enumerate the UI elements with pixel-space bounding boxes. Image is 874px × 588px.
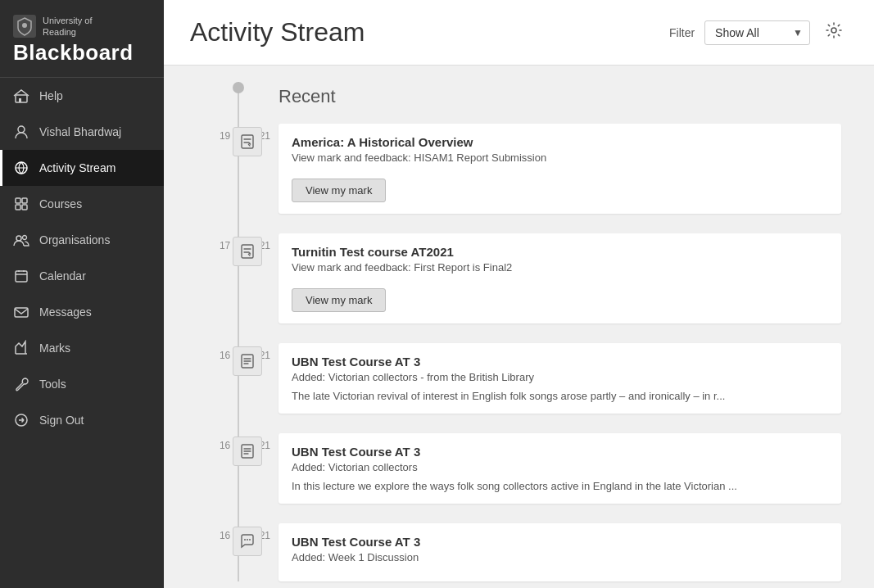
- sidebar-item-activity-stream-label: Activity Stream: [39, 161, 115, 174]
- sidebar-item-help-label: Help: [39, 89, 63, 102]
- sidebar-item-calendar-label: Calendar: [39, 269, 86, 283]
- sidebar-item-help[interactable]: Help: [0, 78, 164, 114]
- content-area: Recent 19 Jul 2021 America: A Historical…: [164, 66, 874, 588]
- view-mark-button-2[interactable]: View my mark: [292, 288, 386, 312]
- activity-desc: The late Victorian revival of interest i…: [292, 390, 828, 402]
- activity-card: UBN Test Course AT 3 Added: Victorian co…: [279, 343, 841, 414]
- svg-rect-9: [22, 205, 27, 210]
- activity-subtitle: Added: Week 1 Discussion: [292, 551, 828, 563]
- university-name: University of Reading: [43, 15, 93, 38]
- content-icon: [233, 346, 262, 376]
- main-area: Activity Stream Filter Show All Courses …: [164, 0, 874, 588]
- list-item: 16 Jul 2021 UBN Test Course AT 3 Added: …: [279, 523, 841, 581]
- svg-point-10: [16, 236, 21, 241]
- wrench-icon: [13, 376, 29, 392]
- sidebar-item-signout[interactable]: Sign Out: [0, 402, 164, 438]
- activity-card: UBN Test Course AT 3 Added: Week 1 Discu…: [279, 523, 841, 581]
- view-mark-button[interactable]: View my mark: [292, 179, 386, 202]
- page-title: Activity Stream: [190, 17, 365, 47]
- grid-icon: [13, 196, 29, 212]
- activity-title: UBN Test Course AT 3: [292, 445, 828, 459]
- activity-title: America: A Historical Overview: [292, 135, 828, 149]
- svg-point-15: [831, 28, 836, 33]
- activity-subtitle: Added: Victorian collectors: [292, 461, 828, 473]
- filter-label: Filter: [669, 26, 695, 39]
- activity-subtitle: View mark and feedback: HISAM1 Report Su…: [292, 152, 828, 164]
- logo-area: University of Reading Blackboard: [0, 0, 164, 78]
- content-icon-2: [233, 436, 262, 466]
- activity-card: America: A Historical Overview View mark…: [279, 124, 841, 214]
- list-item: 17 Jul 2021 Turnitin Test course AT2021 …: [279, 233, 841, 323]
- filter-select[interactable]: Show All Courses Organisations: [705, 21, 810, 44]
- recent-section-label: Recent: [279, 82, 841, 107]
- sidebar-item-profile[interactable]: Vishal Bhardwaj: [0, 114, 164, 150]
- svg-point-22: [249, 539, 251, 541]
- header-controls: Filter Show All Courses Organisations ▼: [669, 16, 848, 48]
- activity-subtitle: View mark and feedback: First Report is …: [292, 261, 828, 274]
- activity-subtitle: Added: Victorian collectors - from the B…: [292, 371, 828, 383]
- svg-rect-17: [242, 245, 253, 258]
- gear-icon: [825, 21, 843, 39]
- envelope-icon: [13, 304, 29, 320]
- sidebar-item-courses-label: Courses: [39, 197, 82, 210]
- activity-title: UBN Test Course AT 3: [292, 355, 828, 369]
- svg-point-4: [18, 126, 25, 133]
- activity-title: Turnitin Test course AT2021: [292, 245, 828, 259]
- globe-icon: [13, 160, 29, 176]
- svg-point-1: [22, 23, 27, 28]
- sidebar-item-tools[interactable]: Tools: [0, 366, 164, 402]
- settings-button[interactable]: [820, 16, 848, 48]
- sidebar-item-activity-stream[interactable]: Activity Stream: [0, 150, 164, 186]
- timeline-line: [238, 82, 239, 581]
- sidebar-item-courses[interactable]: Courses: [0, 186, 164, 222]
- building-icon: [13, 88, 29, 104]
- timeline-wrapper: Recent 19 Jul 2021 America: A Historical…: [213, 82, 841, 581]
- list-item: 16 Jul 2021 UBN Test Course AT 3 Added: …: [279, 343, 841, 414]
- sidebar-item-organisations-label: Organisations: [39, 233, 110, 247]
- filter-dropdown-wrapper[interactable]: Show All Courses Organisations ▼: [704, 20, 810, 45]
- sidebar-item-marks[interactable]: Marks: [0, 330, 164, 366]
- svg-rect-6: [16, 198, 20, 203]
- sidebar: University of Reading Blackboard Help Vi…: [0, 0, 164, 588]
- sidebar-item-calendar[interactable]: Calendar: [0, 258, 164, 294]
- activity-desc: In this lecture we explore the ways folk…: [292, 480, 828, 492]
- grade-icon: [233, 127, 262, 156]
- svg-rect-8: [16, 205, 20, 210]
- sidebar-item-marks-label: Marks: [39, 341, 70, 355]
- svg-rect-7: [22, 198, 27, 203]
- grade-icon: [233, 237, 262, 266]
- activity-title: UBN Test Course AT 3: [292, 535, 828, 549]
- list-item: 16 Jul 2021 UBN Test Course AT 3 Added: …: [279, 433, 841, 504]
- sidebar-item-messages-label: Messages: [39, 305, 92, 319]
- university-shield-icon: [13, 15, 36, 38]
- list-item: 19 Jul 2021 America: A Historical Overvi…: [279, 124, 841, 214]
- chart-icon: [13, 340, 29, 356]
- nav-items: Help Vishal Bhardwaj Activity Stream Cou…: [0, 78, 164, 588]
- sidebar-item-profile-label: Vishal Bhardwaj: [39, 125, 121, 138]
- svg-rect-13: [15, 308, 28, 317]
- sidebar-item-messages[interactable]: Messages: [0, 294, 164, 330]
- discussion-icon: [233, 527, 262, 556]
- svg-point-21: [247, 539, 248, 541]
- person-icon: [13, 124, 29, 140]
- people-icon: [13, 232, 29, 248]
- svg-point-20: [244, 539, 246, 541]
- calendar-icon: [13, 268, 29, 284]
- sidebar-item-organisations[interactable]: Organisations: [0, 222, 164, 258]
- sidebar-item-tools-label: Tools: [39, 378, 66, 391]
- exit-icon: [13, 412, 29, 428]
- svg-rect-12: [16, 271, 27, 282]
- sidebar-item-signout-label: Sign Out: [39, 414, 84, 427]
- app-name: Blackboard: [13, 40, 151, 66]
- activity-card: Turnitin Test course AT2021 View mark an…: [279, 233, 841, 323]
- activity-card: UBN Test Course AT 3 Added: Victorian co…: [279, 433, 841, 504]
- timeline-dot: [233, 82, 244, 93]
- svg-rect-16: [242, 135, 253, 148]
- page-header: Activity Stream Filter Show All Courses …: [164, 0, 874, 66]
- svg-rect-3: [19, 98, 21, 102]
- svg-point-11: [23, 235, 27, 239]
